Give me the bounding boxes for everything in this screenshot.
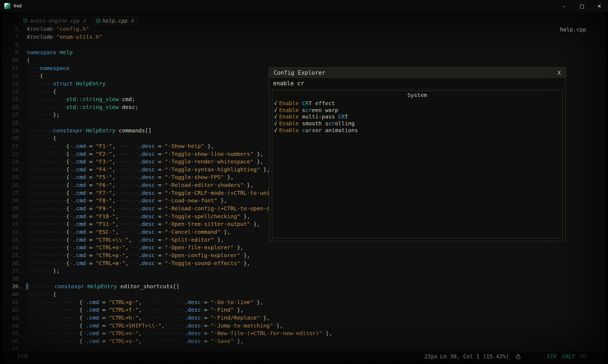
line-number: 34. [2, 244, 27, 250]
line-number: 28. [2, 198, 27, 204]
config-item[interactable]: √Enable multi-pass CRT [274, 113, 561, 120]
line-number: 11. [2, 65, 27, 71]
config-section-title: System [272, 91, 562, 99]
status-flag-crlf: CRLF [562, 353, 575, 360]
line-number: 31. [2, 221, 27, 227]
app-icon [4, 3, 10, 9]
code-line[interactable]: 6.#include·"config.h" [2, 25, 606, 33]
line-number: 16. [2, 104, 27, 110]
status-flag-stx: STX [547, 353, 557, 360]
minimize-button[interactable]: – [556, 0, 573, 12]
code-line[interactable]: 10.{ [2, 56, 606, 64]
code-line[interactable]: 34.············{·.cmd·=·"CTRL+o·",···.de… [2, 244, 606, 251]
tab-help[interactable]: help.cpp X [92, 16, 137, 25]
font-size-indicator: 22px [424, 353, 438, 360]
vim-mode-indicator: VIM [17, 353, 27, 360]
cpp-file-icon [96, 19, 100, 23]
line-number: 13. [2, 81, 27, 87]
file-name-label: help.cpp [560, 26, 586, 33]
line-number: 14. [2, 88, 27, 94]
line-number: 41. [2, 299, 27, 305]
code-line[interactable]: 36.············{·.cmd·=·"CTRL+m·",···.de… [2, 259, 606, 267]
line-number: 35. [2, 252, 27, 258]
line-number: 7. [2, 34, 27, 40]
line-number: 19. [2, 128, 27, 134]
line-number: 10. [2, 57, 27, 63]
status-flag-ws: WS [581, 353, 587, 360]
maximize-button[interactable]: □ [573, 0, 591, 12]
checkbox-checked-icon[interactable]: √ [274, 107, 277, 113]
line-number: 46. [2, 338, 27, 344]
popup-title: Config Explorer [274, 69, 325, 76]
config-item[interactable]: √Enable cursor animations [274, 127, 561, 134]
code-line[interactable]: 39.········constexpr·HelpEntry·editor_sh… [2, 283, 606, 290]
line-number: 40. [2, 291, 27, 297]
line-number: 12. [2, 73, 27, 79]
status-bar: VIM 22px Ln 39, Col 1 (15.42%) STXCRLFWS [2, 351, 606, 363]
line-number: 44. [2, 323, 27, 329]
line-number: 45. [2, 330, 27, 336]
code-line[interactable]: 37.········}; [2, 267, 606, 275]
line-number: 37. [2, 268, 27, 274]
lock-icon [516, 354, 521, 359]
line-number: 27. [2, 190, 27, 196]
line-number: 17. [2, 112, 27, 118]
code-line[interactable]: 46.················{·.cmd·=·"CTRL+s·",··… [2, 337, 606, 345]
checkbox-checked-icon[interactable]: √ [274, 113, 277, 120]
line-number: 8. [2, 42, 27, 48]
code-line[interactable]: 9.namespace·Help [2, 48, 606, 56]
line-number: 33. [2, 237, 27, 243]
line-number: 36. [2, 260, 27, 266]
line-number: 18. [2, 120, 27, 126]
code-line[interactable]: 45.················{·.cmd·=·"CTRL+n·",··… [2, 329, 606, 337]
tab-label: audio-engine.cpp [30, 18, 80, 24]
code-line[interactable]: 42.················{·.cmd·=·"CTRL+f·",··… [2, 306, 606, 314]
tab-close-icon[interactable]: X [83, 18, 86, 23]
code-line[interactable]: 8. [2, 41, 606, 48]
config-item[interactable]: √Enable CRT effect [274, 100, 561, 107]
line-number: 32. [2, 229, 27, 235]
line-number: 15. [2, 96, 27, 102]
config-search-input[interactable]: enable cr [269, 78, 565, 89]
config-explorer-header: Config Explorer X [269, 68, 565, 78]
title-bar: fred – □ ✕ [0, 0, 608, 12]
code-line[interactable]: 41.················{·.cmd·=·"CTRL+g·",··… [2, 298, 606, 306]
tab-bar: audio-engine.cpp X help.cpp X [20, 16, 137, 25]
line-number: 24. [2, 166, 27, 172]
status-flags: STXCRLFWS [547, 353, 587, 360]
text-cursor [27, 283, 28, 290]
checkbox-checked-icon[interactable]: √ [274, 127, 277, 134]
checkbox-checked-icon[interactable]: √ [274, 100, 277, 107]
config-panel: System √Enable CRT effect√Enable screen … [272, 90, 562, 238]
code-line[interactable]: 7.#include·"enum-utils.h" [2, 33, 606, 41]
config-item[interactable]: √Enable smooth scrolling [274, 120, 561, 127]
line-number: 26. [2, 182, 27, 188]
line-number: 20. [2, 135, 27, 141]
checkbox-checked-icon[interactable]: √ [274, 120, 277, 127]
line-number: 9. [2, 49, 27, 55]
line-number: 39. [2, 283, 27, 289]
tab-label: help.cpp [103, 18, 128, 24]
code-line[interactable]: 40.········{ [2, 290, 606, 298]
close-button[interactable]: ✕ [591, 0, 608, 12]
line-number: 30. [2, 213, 27, 219]
code-line[interactable]: 35.············{·.cmd·=·"CTRL+p·",···.de… [2, 251, 606, 259]
line-number: 21. [2, 143, 27, 149]
tab-audio-engine[interactable]: audio-engine.cpp X [20, 16, 90, 25]
popup-close-icon[interactable]: X [558, 70, 561, 76]
code-line[interactable]: 44.················{·.cmd·=·"CTRL+SHIFT+… [2, 321, 606, 329]
config-explorer-popup: Config Explorer X enable cr System √Enab… [269, 67, 565, 241]
editor-screen: audio-engine.cpp X help.cpp X help.cpp 6… [2, 12, 606, 363]
line-number: 22. [2, 151, 27, 157]
window-title: fred [14, 3, 22, 9]
line-number: 38. [2, 276, 27, 282]
line-number: 42. [2, 307, 27, 313]
line-number: 47. [2, 346, 27, 352]
config-item[interactable]: √Enable screen warp [274, 107, 561, 114]
tab-close-icon[interactable]: X [131, 18, 134, 23]
line-number: 29. [2, 205, 27, 211]
code-line[interactable]: 43.················{·.cmd·=·"CTRL+h·",··… [2, 314, 606, 322]
line-number: 43. [2, 315, 27, 321]
code-line[interactable]: 38. [2, 275, 606, 283]
cursor-position-indicator: Ln 39, Col 1 (15.42%) [440, 353, 509, 360]
